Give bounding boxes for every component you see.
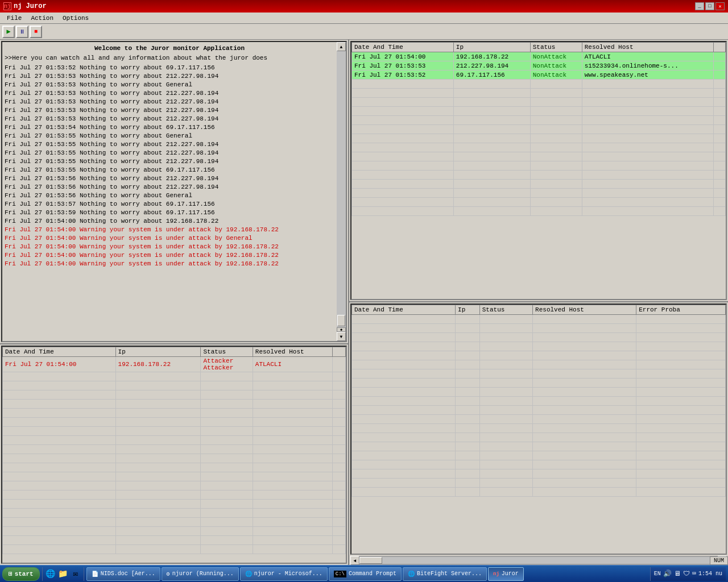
menu-options[interactable]: Options [58, 14, 93, 22]
log-content: Welcome to the Juror monitor Application… [2, 42, 346, 271]
table-row-empty [352, 143, 726, 152]
network-icon[interactable]: 🖥 [674, 569, 681, 578]
play-icon: ▶ [6, 27, 10, 36]
table-row-empty [3, 454, 346, 463]
table-row-empty [352, 180, 726, 189]
connections-rows: Fri Jul 27 01:54:00192.168.178.22NonAtta… [352, 52, 726, 216]
quick-browser-icon[interactable]: 🌐 [45, 568, 56, 580]
table-row-empty [3, 372, 346, 381]
start-button[interactable]: ⊞ start [2, 567, 40, 581]
stop-icon: ■ [34, 28, 38, 35]
log-line: Fri Jul 27 01:54:00 Warning your system … [5, 243, 334, 251]
right-panel: Date And Time Ip Status Resolved Host Fr… [349, 40, 728, 565]
taskbar-nids-doc[interactable]: 📄 NIDS.doc [Aer... [86, 567, 160, 581]
log-line: Fri Jul 27 01:53:52 Nothing to worry abo… [5, 64, 334, 72]
log-panel: Welcome to the Juror monitor Application… [0, 40, 349, 565]
cell-ip: 192.168.178.22 [115, 357, 201, 372]
table-row-empty [352, 207, 726, 216]
table-row-empty [352, 360, 726, 369]
col-host: Resolved Host [253, 347, 332, 357]
quick-folder-icon[interactable]: 📁 [57, 568, 69, 580]
start-icon: ⊞ [9, 570, 13, 577]
taskbar-njuror-running[interactable]: ⚙ njuror (Running... [162, 567, 239, 581]
scroll-thumb[interactable] [337, 315, 345, 326]
njuror-ms-label: njuror - Microsof... [254, 571, 322, 577]
taskbar-njuror-ms[interactable]: 🌐 njuror - Microsof... [240, 567, 328, 581]
table-row-empty [352, 324, 726, 333]
attackers-table: Date And Time Ip Status Resolved Host Fr… [2, 347, 346, 554]
maximize-button[interactable]: □ [705, 2, 714, 10]
table-row-empty [352, 442, 726, 451]
table-row-empty [3, 545, 346, 554]
bitefight-icon: 🌐 [408, 571, 415, 577]
security-icon[interactable]: 🛡 [683, 569, 690, 578]
table-row-empty [352, 351, 726, 360]
taskbar-bitefight[interactable]: 🌐 BiteFight Server... [403, 567, 487, 581]
log-line: Fri Jul 27 01:53:53 Nothing to worry abo… [5, 115, 334, 123]
doc-icon: 📄 [92, 571, 98, 577]
errors-hscrollbar[interactable]: ◄ ► [350, 556, 727, 565]
col-extra [332, 347, 345, 357]
col-ip: Ip [115, 347, 201, 357]
table-row-empty [352, 171, 726, 180]
stop-button[interactable]: ■ [30, 26, 42, 38]
keyboard-icon: ⌨ [692, 569, 696, 578]
conn-col-host: Resolved Host [582, 43, 713, 52]
num-lock-badge: NUM [710, 556, 728, 565]
table-row-empty [352, 424, 726, 433]
table-row-empty [352, 89, 726, 98]
log-line: Fri Jul 27 01:54:00 Nothing to worry abo… [5, 217, 334, 226]
errors-table-container: Date And Time Ip Status Resolved Host Er… [350, 304, 727, 555]
log-line: Fri Jul 27 01:53:54 Nothing to worry abo… [5, 123, 334, 132]
log-line: Fri Jul 27 01:54:00 Warning your system … [5, 234, 334, 243]
h-scroll-track[interactable] [359, 557, 718, 564]
volume-icon[interactable]: 🔊 [663, 569, 672, 578]
taskbar-cmd-prompt[interactable]: C:\ Command Prompt [329, 567, 402, 581]
log-line: Fri Jul 27 01:54:00 Warning your system … [5, 260, 334, 268]
log-line: Fri Jul 27 01:53:59 Nothing to worry abo… [5, 209, 334, 217]
cell-host: www.speakeasy.net [582, 70, 713, 80]
pause-button[interactable]: ⏸ [16, 26, 28, 38]
table-row-empty [352, 433, 726, 442]
scroll-down-arrow[interactable]: ▼ [337, 332, 346, 341]
cell-status: NonAttack [530, 70, 582, 80]
scroll-left-arrow[interactable]: ◄ [350, 556, 359, 565]
table-row-empty [3, 500, 346, 509]
play-button[interactable]: ▶ [2, 26, 15, 38]
njuror-run-icon: ⚙ [167, 571, 170, 577]
taskbar-separator2 [84, 567, 84, 581]
table-row-empty [3, 481, 346, 490]
table-row-empty [3, 436, 346, 445]
table-row-empty [3, 418, 346, 427]
table-row-empty [3, 472, 346, 481]
table-row-empty [352, 125, 726, 134]
cell-ip: 69.17.117.156 [453, 70, 530, 80]
table-row-empty [352, 161, 726, 171]
table-row-empty [3, 463, 346, 472]
log-scrollbar-v[interactable]: ▲ ◆ ▼ [337, 42, 346, 341]
table-row-empty [3, 390, 346, 400]
log-line: Fri Jul 27 01:53:55 Nothing to worry abo… [5, 149, 334, 157]
quick-email-icon[interactable]: ✉ [70, 568, 81, 580]
cell-datetime: Fri Jul 27 01:54:00 [3, 357, 116, 372]
minimize-button[interactable]: _ [695, 2, 704, 10]
log-line: Fri Jul 27 01:53:56 Nothing to worry abo… [5, 174, 334, 183]
connections-table-container: Date And Time Ip Status Resolved Host Fr… [350, 41, 727, 300]
table-row-empty [352, 379, 726, 388]
err-col-ip: Ip [456, 305, 480, 315]
taskbar-juror[interactable]: nj Juror [488, 567, 524, 581]
scroll-up-arrow[interactable]: ▲ [337, 42, 346, 51]
scroll-split[interactable]: ◆ [337, 327, 346, 332]
njuror-run-label: njuror (Running... [172, 571, 234, 577]
menu-action[interactable]: Action [26, 14, 58, 22]
table-row-empty [352, 198, 726, 207]
err-col-prob: Error Proba [636, 305, 726, 315]
h-scroll-thumb[interactable] [359, 557, 382, 564]
close-button[interactable]: ✕ [715, 2, 725, 10]
table-row-empty [3, 527, 346, 536]
menu-file[interactable]: File [2, 14, 26, 22]
conn-col-extra [714, 43, 726, 52]
table-row-empty [3, 536, 346, 545]
log-line: Fri Jul 27 01:54:00 Warning your system … [5, 251, 334, 260]
scroll-track[interactable] [337, 51, 346, 327]
